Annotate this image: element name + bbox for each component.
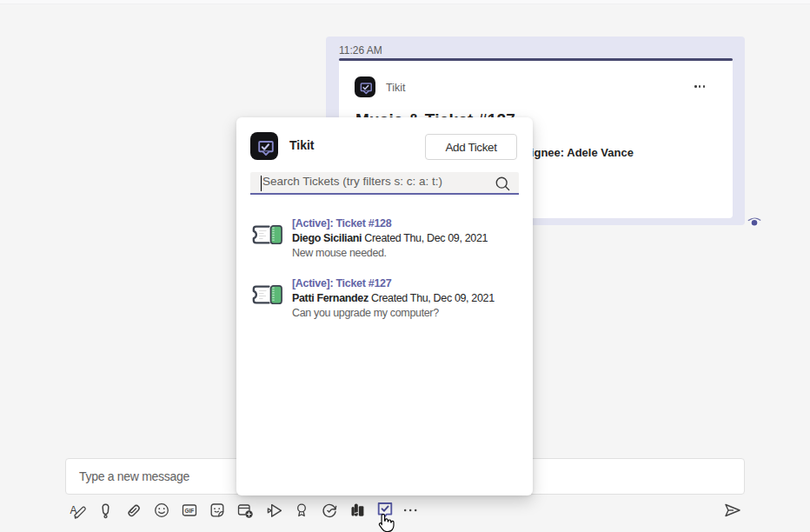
svg-text:GIF: GIF xyxy=(185,508,195,514)
